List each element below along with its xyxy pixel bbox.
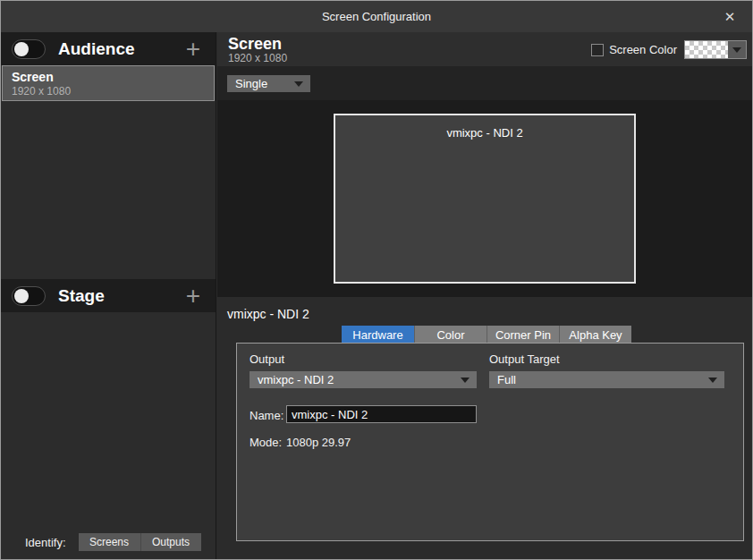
toggle-knob	[14, 289, 29, 303]
audience-section-header: Audience +	[1, 32, 216, 65]
stage-toggle[interactable]	[12, 286, 46, 306]
screen-preview-area: vmixpc - NDI 2	[217, 100, 752, 297]
preview-output-label: vmixpc - NDI 2	[335, 126, 634, 140]
layout-mode-dropdown[interactable]: Single	[227, 75, 310, 92]
dropdown-arrow-icon	[461, 378, 470, 383]
screen-color-group: Screen Color	[591, 40, 747, 59]
main-area: Screen 1920 x 1080 Screen Color Single	[217, 32, 752, 559]
add-audience-screen-button[interactable]: +	[182, 37, 205, 62]
stage-section-header: Stage +	[1, 279, 216, 312]
close-icon[interactable]: ✕	[720, 8, 740, 26]
layout-mode-value: Single	[235, 77, 267, 90]
window-title: Screen Configuration	[322, 10, 431, 23]
hardware-groupbox: Output vmixpc - NDI 2 Output Target Full…	[236, 343, 744, 541]
output-target-dropdown-value: Full	[497, 373, 516, 386]
screen-item-resolution: 1920 x 1080	[12, 85, 205, 98]
sidebar: Audience + Screen 1920 x 1080 Stage + Id…	[1, 32, 216, 559]
dropdown-arrow-icon	[708, 378, 717, 383]
identify-outputs-button[interactable]: Outputs	[141, 533, 201, 551]
name-label: Name:	[250, 409, 283, 422]
tab-alpha-key[interactable]: Alpha Key	[559, 326, 631, 344]
settings-tabs: Hardware Color Corner Pin Alpha Key	[342, 326, 631, 344]
title-bar: Screen Configuration ✕	[1, 1, 752, 32]
identify-row: Identify: Screens Outputs	[1, 532, 216, 552]
screen-color-swatch	[685, 41, 728, 58]
output-panel-title: vmixpc - NDI 2	[227, 307, 309, 321]
screen-item-name: Screen	[12, 70, 205, 84]
mode-label: Mode:	[250, 436, 282, 449]
color-dropdown-button[interactable]	[728, 41, 746, 58]
stage-label: Stage	[58, 286, 182, 306]
layout-strip: Single	[217, 66, 752, 100]
audience-toggle[interactable]	[12, 39, 46, 59]
screen-preview-box[interactable]: vmixpc - NDI 2	[334, 114, 636, 284]
dropdown-arrow-icon	[294, 81, 303, 87]
dropdown-arrow-icon	[732, 47, 741, 53]
output-target-dropdown[interactable]: Full	[489, 371, 724, 388]
tab-hardware[interactable]: Hardware	[342, 326, 414, 344]
screen-color-dropdown[interactable]	[684, 40, 747, 59]
toggle-knob	[14, 42, 29, 56]
tab-color[interactable]: Color	[414, 326, 486, 344]
main-header: Screen 1920 x 1080 Screen Color	[217, 32, 752, 66]
name-input[interactable]	[286, 405, 477, 423]
screen-configuration-dialog: Screen Configuration ✕ Audience + Screen…	[0, 0, 753, 560]
output-label: Output	[250, 352, 284, 366]
sidebar-screen-item[interactable]: Screen 1920 x 1080	[2, 65, 215, 101]
add-stage-screen-button[interactable]: +	[182, 284, 205, 309]
audience-label: Audience	[58, 39, 182, 59]
output-target-label: Output Target	[489, 352, 560, 366]
screen-color-label: Screen Color	[609, 43, 677, 56]
identify-screens-button[interactable]: Screens	[79, 533, 141, 551]
output-dropdown-value: vmixpc - NDI 2	[258, 373, 334, 386]
screen-color-checkbox[interactable]	[591, 44, 604, 56]
tab-corner-pin[interactable]: Corner Pin	[486, 326, 559, 344]
mode-value: 1080p 29.97	[286, 436, 351, 449]
output-dropdown[interactable]: vmixpc - NDI 2	[250, 371, 477, 388]
output-settings-section: vmixpc - NDI 2 Hardware Color Corner Pin…	[217, 297, 752, 559]
identify-label: Identify:	[25, 536, 66, 549]
